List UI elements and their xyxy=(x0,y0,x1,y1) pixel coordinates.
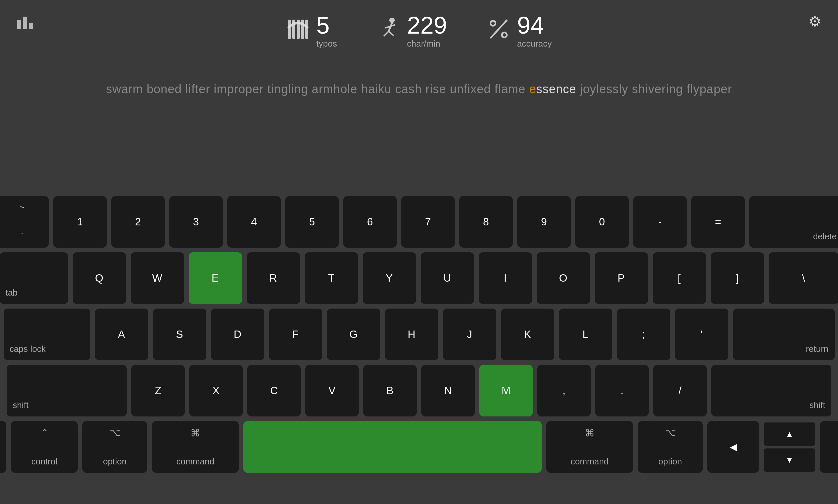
svg-rect-7 xyxy=(305,20,308,39)
svg-point-15 xyxy=(491,22,495,25)
current-letter: e xyxy=(529,82,536,96)
key-fn[interactable]: fn xyxy=(0,421,6,473)
svg-point-8 xyxy=(389,18,395,23)
key-shift-left[interactable]: shift xyxy=(7,365,127,416)
accuracy-values: 94 accuracy xyxy=(517,13,552,49)
key-lbracket[interactable]: [ xyxy=(653,252,706,304)
accuracy-icon xyxy=(487,17,510,46)
speed-label: char/min xyxy=(407,39,447,49)
svg-rect-2 xyxy=(29,23,33,29)
arrow-up-down-container: ▲ ▼ xyxy=(764,422,815,472)
accuracy-number: 94 xyxy=(517,13,552,37)
key-1[interactable]: 1 xyxy=(53,196,107,248)
key-h[interactable]: H xyxy=(385,309,438,360)
stat-speed: 229 char/min xyxy=(377,13,447,49)
typos-number: 5 xyxy=(317,13,337,37)
key-r[interactable]: R xyxy=(247,252,300,304)
speed-icon xyxy=(377,16,400,46)
svg-rect-0 xyxy=(17,20,21,29)
svg-rect-3 xyxy=(288,20,291,39)
svg-rect-1 xyxy=(23,17,27,29)
key-period[interactable]: . xyxy=(595,365,649,416)
key-n[interactable]: N xyxy=(421,365,475,416)
row-numbers: ~ ` 1 2 3 4 5 6 7 8 9 0 - = delete xyxy=(19,196,819,248)
settings-button[interactable]: ⚙ xyxy=(809,13,821,30)
key-slash[interactable]: / xyxy=(653,365,707,416)
key-option-right[interactable]: ⌥ option xyxy=(638,421,703,473)
typos-label: typos xyxy=(317,39,337,49)
key-semicolon[interactable]: ; xyxy=(617,309,670,360)
key-quote[interactable]: ' xyxy=(675,309,728,360)
key-backslash[interactable]: \ xyxy=(769,252,838,304)
row-bottom: fn ⌃ control ⌥ option ⌘ command ⌘ comman… xyxy=(19,421,819,473)
key-5[interactable]: 5 xyxy=(285,196,339,248)
key-2[interactable]: 2 xyxy=(111,196,165,248)
stat-accuracy: 94 accuracy xyxy=(487,13,552,49)
chart-icon xyxy=(17,17,33,33)
key-rbracket[interactable]: ] xyxy=(711,252,764,304)
key-control[interactable]: ⌃ control xyxy=(11,421,78,473)
key-caps-lock[interactable]: caps lock xyxy=(4,309,90,360)
key-tab[interactable]: tab xyxy=(0,252,68,304)
key-return[interactable]: return xyxy=(733,309,835,360)
key-j[interactable]: J xyxy=(443,309,496,360)
key-arrow-right[interactable]: ▶ xyxy=(820,421,838,473)
key-i[interactable]: I xyxy=(479,252,532,304)
key-0[interactable]: 0 xyxy=(575,196,629,248)
svg-line-10 xyxy=(384,31,389,36)
key-arrow-left[interactable]: ◀ xyxy=(707,421,759,473)
key-equals[interactable]: = xyxy=(691,196,745,248)
key-c[interactable]: C xyxy=(247,365,301,416)
key-d[interactable]: D xyxy=(211,309,264,360)
key-o[interactable]: O xyxy=(537,252,590,304)
key-l[interactable]: L xyxy=(559,309,612,360)
speed-number: 229 xyxy=(407,13,447,37)
key-k[interactable]: K xyxy=(501,309,554,360)
key-shift-right[interactable]: shift xyxy=(711,365,831,416)
key-8[interactable]: 8 xyxy=(459,196,513,248)
row-qwerty: tab Q W E R T Y U I O P [ ] \ xyxy=(19,252,819,304)
key-space[interactable] xyxy=(243,421,542,473)
key-b[interactable]: B xyxy=(363,365,417,416)
key-delete[interactable]: delete xyxy=(749,196,838,248)
key-9[interactable]: 9 xyxy=(517,196,571,248)
row-asdf: caps lock A S D F G H J K L ; ' return xyxy=(19,309,819,360)
key-comma[interactable]: , xyxy=(537,365,591,416)
key-y[interactable]: Y xyxy=(363,252,416,304)
key-u[interactable]: U xyxy=(421,252,474,304)
svg-point-17 xyxy=(503,33,506,37)
key-arrow-down[interactable]: ▼ xyxy=(764,448,815,472)
key-3[interactable]: 3 xyxy=(169,196,223,248)
key-minus[interactable]: - xyxy=(633,196,687,248)
key-v[interactable]: V xyxy=(305,365,359,416)
stats-container: 5 typos 229 char/min xyxy=(286,13,552,49)
key-arrow-up[interactable]: ▲ xyxy=(764,422,815,446)
key-s[interactable]: S xyxy=(153,309,206,360)
key-e[interactable]: E xyxy=(189,252,242,304)
keyboard: ~ ` 1 2 3 4 5 6 7 8 9 0 - = delete tab Q… xyxy=(19,196,819,478)
words-after: joylessly shivering flypaper xyxy=(580,82,732,96)
text-display: swarm boned lifter improper tingling arm… xyxy=(0,69,838,109)
chart-button[interactable] xyxy=(17,13,33,33)
key-t[interactable]: T xyxy=(305,252,358,304)
key-f[interactable]: F xyxy=(269,309,322,360)
words-before: swarm boned lifter improper tingling arm… xyxy=(106,82,529,96)
key-m[interactable]: M xyxy=(479,365,533,416)
key-g[interactable]: G xyxy=(327,309,380,360)
key-tilde-grave[interactable]: ~ ` xyxy=(0,196,49,248)
key-w[interactable]: W xyxy=(131,252,184,304)
row-zxcv: shift Z X C V B N M , . / shift xyxy=(19,365,819,416)
key-7[interactable]: 7 xyxy=(401,196,455,248)
key-option-left[interactable]: ⌥ option xyxy=(82,421,147,473)
key-command-right[interactable]: ⌘ command xyxy=(546,421,633,473)
speed-values: 229 char/min xyxy=(407,13,447,49)
key-a[interactable]: A xyxy=(95,309,148,360)
key-4[interactable]: 4 xyxy=(227,196,281,248)
key-x[interactable]: X xyxy=(189,365,243,416)
key-command-left[interactable]: ⌘ command xyxy=(152,421,239,473)
key-q[interactable]: Q xyxy=(73,252,126,304)
current-word-rest: ssence xyxy=(536,82,580,96)
key-6[interactable]: 6 xyxy=(343,196,397,248)
key-z[interactable]: Z xyxy=(131,365,185,416)
key-p[interactable]: P xyxy=(595,252,648,304)
